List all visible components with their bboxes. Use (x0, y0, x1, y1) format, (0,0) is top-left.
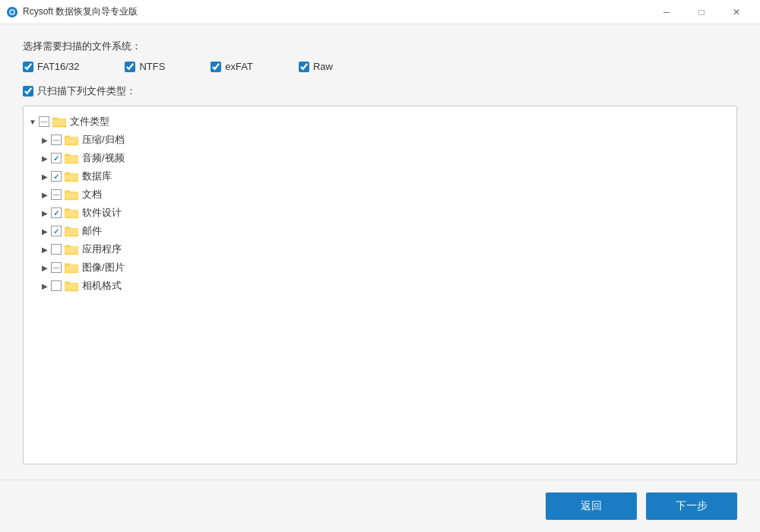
tree-label-5: 邮件 (82, 224, 102, 238)
tree-checkbox-2[interactable] (51, 171, 62, 182)
expand-arrow-0[interactable]: ▶ (39, 134, 51, 146)
folder-icon-2 (65, 170, 78, 182)
fs-exfat-checkbox[interactable] (211, 62, 221, 72)
tree-checkbox-6[interactable] (51, 244, 62, 255)
svg-rect-31 (65, 229, 78, 235)
expand-arrow-6[interactable]: ▶ (39, 243, 51, 255)
fs-exfat-label: exFAT (225, 61, 253, 72)
tree-label-4: 软件设计 (82, 206, 122, 220)
scan-types-label: 只扫描下列文件类型： (37, 84, 136, 98)
next-button[interactable]: 下一步 (646, 492, 737, 520)
svg-rect-15 (65, 156, 78, 162)
tree-checkbox-0[interactable] (51, 135, 62, 145)
fs-raw-item[interactable]: Raw (299, 61, 333, 72)
tree-item-4[interactable]: ▶ 软件设计 (24, 204, 736, 222)
folder-icon-7 (65, 261, 78, 274)
minimize-button[interactable]: ─ (649, 0, 684, 24)
expand-arrow-1[interactable]: ▶ (39, 152, 51, 164)
footer: 返回 下一步 (0, 480, 760, 532)
maximize-button[interactable]: □ (684, 0, 719, 24)
tree-item-3[interactable]: ▶ 文档 (24, 185, 736, 204)
fs-raw-label: Raw (313, 61, 333, 72)
fs-fat-item[interactable]: FAT16/32 (23, 61, 79, 72)
title-bar: Rcysoft 数据恢复向导专业版 ─ □ ✕ (0, 0, 760, 24)
svg-rect-39 (65, 265, 78, 271)
scan-types-section: 只扫描下列文件类型： (23, 84, 737, 98)
tree-label-0: 压缩/归档 (82, 133, 125, 147)
tree-checkbox-3[interactable] (51, 189, 62, 200)
app-icon (6, 6, 18, 18)
close-button[interactable]: ✕ (719, 0, 754, 24)
tree-item-1[interactable]: ▶ 音频/视频 (24, 149, 736, 167)
expand-arrow-8[interactable]: ▶ (39, 280, 51, 292)
folder-icon-1 (65, 152, 78, 164)
tree-checkbox-4[interactable] (51, 207, 62, 218)
tree-items: ▶ 压缩/归档▶ 音频/视频▶ 数据库▶ 文档▶ 软件设计▶ (24, 131, 736, 295)
file-type-tree: ▼ 文件类型 ▶ 压缩/归档▶ 音频/视频▶ (23, 106, 737, 464)
fs-fat-checkbox[interactable] (23, 62, 33, 72)
svg-rect-43 (65, 283, 78, 290)
scan-types-checkbox[interactable] (23, 86, 33, 97)
tree-label-8: 相机格式 (82, 279, 122, 293)
root-folder-icon (52, 116, 66, 128)
svg-rect-7 (53, 119, 65, 125)
tree-checkbox-5[interactable] (51, 226, 62, 236)
expand-arrow-2[interactable]: ▶ (39, 170, 51, 182)
fs-ntfs-label: NTFS (139, 61, 165, 72)
tree-item-6[interactable]: ▶ 应用程序 (24, 240, 736, 258)
svg-rect-19 (65, 174, 78, 180)
root-expand-arrow[interactable]: ▼ (27, 116, 39, 128)
expand-arrow-3[interactable]: ▶ (39, 188, 51, 201)
filesystem-options: FAT16/32 NTFS exFAT Raw (23, 61, 737, 72)
tree-item-8[interactable]: ▶ 相机格式 (24, 277, 736, 295)
svg-rect-27 (65, 211, 78, 217)
tree-label-3: 文档 (82, 188, 102, 201)
svg-rect-23 (65, 192, 78, 198)
fs-exfat-item[interactable]: exFAT (211, 61, 253, 72)
filesystem-label: 选择需要扫描的文件系统： (23, 40, 737, 53)
main-content: 选择需要扫描的文件系统： FAT16/32 NTFS exFAT Raw 只扫描… (0, 24, 760, 480)
folder-icon-5 (65, 225, 78, 237)
window-title: Rcysoft 数据恢复向导专业版 (23, 5, 649, 18)
folder-icon-6 (65, 243, 78, 255)
tree-item-5[interactable]: ▶ 邮件 (24, 222, 736, 240)
root-label: 文件类型 (70, 115, 109, 128)
expand-arrow-7[interactable]: ▶ (39, 261, 51, 274)
window-controls: ─ □ ✕ (649, 0, 754, 24)
tree-checkbox-7[interactable] (51, 262, 62, 273)
svg-point-2 (11, 11, 14, 14)
tree-root[interactable]: ▼ 文件类型 (24, 112, 736, 131)
folder-icon-4 (65, 207, 78, 219)
folder-icon-3 (65, 188, 78, 201)
tree-label-7: 图像/图片 (82, 261, 125, 274)
tree-item-0[interactable]: ▶ 压缩/归档 (24, 131, 736, 149)
tree-label-2: 数据库 (82, 169, 112, 183)
svg-rect-11 (65, 138, 78, 144)
tree-item-2[interactable]: ▶ 数据库 (24, 167, 736, 185)
fs-fat-label: FAT16/32 (37, 61, 79, 72)
tree-checkbox-8[interactable] (51, 280, 62, 291)
folder-icon-8 (65, 280, 78, 292)
expand-arrow-5[interactable]: ▶ (39, 225, 51, 237)
fs-raw-checkbox[interactable] (299, 62, 309, 72)
fs-ntfs-item[interactable]: NTFS (125, 61, 165, 72)
folder-icon-0 (65, 134, 78, 146)
expand-arrow-4[interactable]: ▶ (39, 207, 51, 219)
fs-ntfs-checkbox[interactable] (125, 62, 135, 72)
tree-label-1: 音频/视频 (82, 151, 125, 165)
tree-label-6: 应用程序 (82, 242, 122, 256)
tree-item-7[interactable]: ▶ 图像/图片 (24, 258, 736, 277)
back-button[interactable]: 返回 (546, 492, 637, 520)
root-checkbox[interactable] (39, 116, 49, 127)
svg-rect-35 (65, 247, 78, 253)
tree-checkbox-1[interactable] (51, 153, 62, 163)
